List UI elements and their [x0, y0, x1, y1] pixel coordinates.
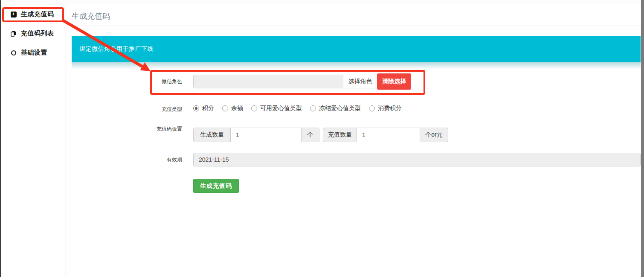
radio-option-balance[interactable]: 余额: [222, 105, 243, 112]
recharge-quantity-unit: 个or元: [420, 128, 448, 142]
clear-selection-button[interactable]: 清除选择: [377, 73, 411, 90]
radio-option-label: 积分: [202, 105, 214, 112]
recharge-quantity-group: 充值数量 个or元: [323, 128, 448, 142]
select-role-button[interactable]: 选择角色: [343, 75, 377, 88]
circle-icon: [10, 50, 17, 56]
radio-option-points[interactable]: 积分: [193, 105, 214, 112]
generate-quantity-addon: 生成数量: [193, 128, 231, 142]
radio-dot[interactable]: [251, 105, 257, 111]
recharge-type-options: 积分 余额 可用爱心值类型 冻结爱心值类型 消费积分: [193, 105, 402, 112]
vertical-scrollbar[interactable]: [641, 0, 644, 277]
radio-dot[interactable]: [222, 105, 228, 111]
radio-dot[interactable]: [369, 105, 375, 111]
sidebar-item-label: 生成充值码: [21, 10, 54, 18]
info-banner-text: 绑定微信角色用于推广下线: [79, 45, 154, 53]
window-left-edge: [0, 0, 1, 277]
radio-dot[interactable]: [310, 105, 316, 111]
plus-square-icon: +: [10, 11, 17, 17]
radio-option-available-love-value[interactable]: 可用爱心值类型: [251, 105, 302, 112]
code-settings-label: 充值码设置: [72, 125, 182, 133]
radio-option-label: 可用爱心值类型: [260, 105, 302, 112]
top-border-strip: [0, 0, 641, 4]
wechat-role-label: 微信角色: [72, 78, 182, 85]
generate-quantity-group: 生成数量 个: [193, 128, 319, 142]
validity-label: 有效期: [72, 156, 182, 163]
sidebar-item-label: 充值码列表: [21, 29, 54, 38]
sidebar-item-basic-settings[interactable]: 基础设置: [1, 43, 65, 62]
radio-option-label: 余额: [231, 105, 243, 112]
radio-dot[interactable]: [193, 105, 199, 111]
sidebar: + 生成充值码 充值码列表 基础设置: [1, 5, 65, 277]
generate-quantity-unit: 个: [301, 128, 319, 142]
page-title: 生成充值码: [72, 11, 110, 21]
recharge-quantity-addon: 充值数量: [323, 128, 357, 142]
radio-option-frozen-love-value[interactable]: 冻结爱心值类型: [310, 105, 361, 112]
info-banner: 绑定微信角色用于推广下线: [72, 36, 641, 62]
recharge-type-label: 充值类型: [72, 106, 182, 113]
sidebar-item-code-list[interactable]: 充值码列表: [1, 24, 65, 43]
validity-date-input[interactable]: [193, 153, 641, 166]
copy-icon: [10, 30, 17, 37]
sidebar-item-generate-code[interactable]: + 生成充值码: [1, 5, 65, 24]
recharge-quantity-input[interactable]: [357, 128, 420, 142]
title-divider: [72, 26, 641, 26]
radio-option-label: 消费积分: [378, 105, 402, 112]
radio-option-consumption-points[interactable]: 消费积分: [369, 105, 402, 112]
wechat-role-input[interactable]: [193, 75, 343, 88]
generate-code-submit-button[interactable]: 生成充值码: [193, 179, 239, 193]
sidebar-item-label: 基础设置: [21, 49, 47, 57]
generate-quantity-input[interactable]: [230, 128, 302, 142]
radio-option-label: 冻结爱心值类型: [319, 105, 361, 112]
